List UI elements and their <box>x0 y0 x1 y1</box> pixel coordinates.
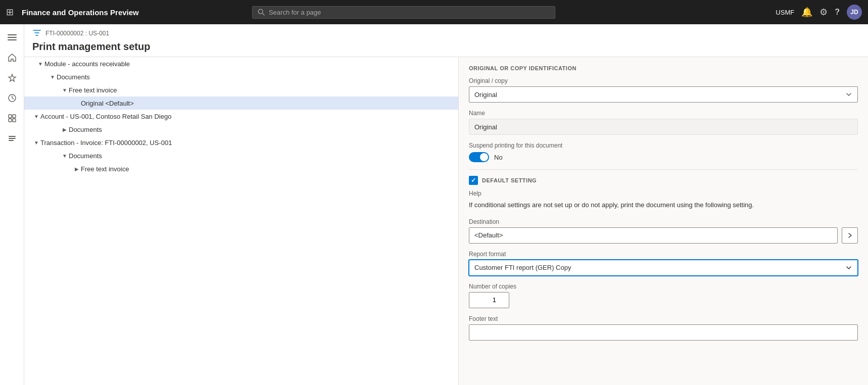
report-format-field-group: Report format Customer FTI report (GER) … <box>469 251 858 276</box>
original-copy-dropdown[interactable]: Original <box>469 86 858 103</box>
tree-label-free-text-invoice1: Free text invoice <box>69 86 454 94</box>
page-title: Print management setup <box>32 41 860 57</box>
chevron-module: ▼ <box>36 60 44 68</box>
svg-rect-4 <box>8 39 17 40</box>
tree-item-documents2[interactable]: ▶ Documents <box>24 123 458 136</box>
suspend-value: No <box>494 154 503 161</box>
chevron-free-text-invoice2: ▶ <box>73 165 81 173</box>
default-setting-checkbox[interactable] <box>469 176 478 185</box>
footer-text-field-group: Footer text <box>469 315 858 341</box>
chevron-original-default <box>73 99 81 107</box>
default-setting-label: DEFAULT SETTING <box>482 177 537 183</box>
svg-rect-12 <box>9 140 14 141</box>
destination-navigate-btn[interactable] <box>842 227 858 244</box>
search-bar[interactable] <box>252 6 555 19</box>
chevron-documents2: ▶ <box>61 125 69 133</box>
svg-line-1 <box>262 13 264 15</box>
top-nav-right: USMF 🔔 ⚙ ? JD <box>776 5 862 20</box>
right-panel: ORIGINAL OR COPY IDENTIFICATION Original… <box>459 57 868 385</box>
report-format-dropdown[interactable]: Customer FTI report (GER) Copy <box>469 260 858 276</box>
top-nav: ⊞ Finance and Operations Preview USMF 🔔 … <box>0 0 868 24</box>
notifications-icon[interactable]: 🔔 <box>801 7 812 18</box>
tree-item-transaction[interactable]: ▼ Transaction - Invoice: FTI-00000002, U… <box>24 136 458 149</box>
copies-input[interactable] <box>469 292 509 308</box>
settings-icon[interactable]: ⚙ <box>819 7 828 18</box>
tree-panel: ▼ Module - accounts receivable ▼ Documen… <box>24 57 459 385</box>
tree-item-module[interactable]: ▼ Module - accounts receivable <box>24 57 458 70</box>
help-label: Help <box>469 190 858 197</box>
nav-favorites[interactable] <box>3 69 21 87</box>
svg-rect-11 <box>9 138 16 139</box>
app-title: Finance and Operations Preview <box>22 8 139 17</box>
tree-label-account: Account - US-001, Contoso Retail San Die… <box>40 113 454 120</box>
chevron-free-text-invoice1: ▼ <box>61 86 69 94</box>
nav-home[interactable] <box>3 49 21 67</box>
tree-item-documents3[interactable]: ▼ Documents <box>24 149 458 162</box>
footer-text-input[interactable] <box>469 324 858 341</box>
tree-item-account[interactable]: ▼ Account - US-001, Contoso Retail San D… <box>24 110 458 123</box>
main-layout: FTI-00000002 : US-001 Print management s… <box>0 24 868 385</box>
suspend-toggle-row: No <box>469 152 858 162</box>
chevron-transaction: ▼ <box>32 138 40 147</box>
tree-item-free-text-invoice1[interactable]: ▼ Free text invoice <box>24 83 458 97</box>
svg-rect-9 <box>13 119 16 122</box>
tree-label-transaction: Transaction - Invoice: FTI-00000002, US-… <box>40 139 454 147</box>
name-label: Name <box>469 110 858 117</box>
filter-icon[interactable] <box>32 28 41 40</box>
suspend-toggle[interactable] <box>469 152 489 162</box>
svg-rect-10 <box>9 136 16 137</box>
tree-label-free-text-invoice2: Free text invoice <box>81 165 454 173</box>
chevron-documents3: ▼ <box>61 152 69 160</box>
report-format-label: Report format <box>469 251 858 258</box>
default-setting-section: DEFAULT SETTING Help If conditional sett… <box>469 176 858 341</box>
footer-text-label: Footer text <box>469 315 858 322</box>
avatar[interactable]: JD <box>847 5 862 20</box>
search-input[interactable] <box>269 9 550 16</box>
original-copy-field-group: Original / copy Original <box>469 77 858 103</box>
destination-field-group: Destination <Default> <box>469 218 858 244</box>
nav-modules[interactable] <box>3 129 21 148</box>
help-icon[interactable]: ? <box>835 8 840 17</box>
svg-rect-2 <box>8 34 17 35</box>
nav-hamburger[interactable] <box>3 28 21 46</box>
svg-rect-6 <box>9 115 12 118</box>
destination-row: <Default> <box>469 227 858 244</box>
breadcrumb: FTI-00000002 : US-001 <box>45 30 109 37</box>
username-label: USMF <box>776 9 794 16</box>
tree-label-module: Module - accounts receivable <box>44 60 454 68</box>
destination-input[interactable]: <Default> <box>469 227 838 244</box>
report-format-value: Customer FTI report (GER) Copy <box>474 264 571 271</box>
destination-value: <Default> <box>474 231 503 239</box>
body-split: ▼ Module - accounts receivable ▼ Documen… <box>24 57 868 385</box>
copies-label: Number of copies <box>469 283 858 290</box>
app-grid-icon[interactable]: ⊞ <box>6 7 14 18</box>
section-heading-original-copy: ORIGINAL OR COPY IDENTIFICATION <box>469 65 858 71</box>
name-value: Original <box>469 119 858 135</box>
dropdown-chevron <box>845 91 852 98</box>
tree-label-documents2: Documents <box>69 126 454 133</box>
tree-item-free-text-invoice2[interactable]: ▶ Free text invoice <box>24 162 458 175</box>
icon-rail <box>0 24 24 385</box>
tree-label-documents3: Documents <box>69 152 454 160</box>
divider-1 <box>469 169 858 170</box>
name-field-group: Name Original <box>469 110 858 135</box>
destination-label: Destination <box>469 218 858 225</box>
nav-workspaces[interactable] <box>3 109 21 127</box>
copies-field-group: Number of copies <box>469 283 858 308</box>
chevron-account: ▼ <box>32 112 40 120</box>
svg-rect-7 <box>13 115 16 118</box>
original-copy-value: Original <box>474 91 497 99</box>
nav-recent[interactable] <box>3 89 21 107</box>
original-copy-label: Original / copy <box>469 77 858 84</box>
chevron-documents1: ▼ <box>49 73 57 81</box>
default-setting-header: DEFAULT SETTING <box>469 176 858 185</box>
tree-label-original-default: Original <Default> <box>81 100 454 107</box>
svg-rect-3 <box>8 37 17 38</box>
page-header: FTI-00000002 : US-001 Print management s… <box>24 24 868 57</box>
tree-item-original-default[interactable]: Original <Default> <box>24 97 458 110</box>
tree-label-documents1: Documents <box>57 73 454 81</box>
help-text: If conditional settings are not set up o… <box>469 200 858 210</box>
suspend-label: Suspend printing for this document <box>469 142 858 149</box>
tree-item-documents1[interactable]: ▼ Documents <box>24 70 458 83</box>
search-icon <box>258 9 265 16</box>
